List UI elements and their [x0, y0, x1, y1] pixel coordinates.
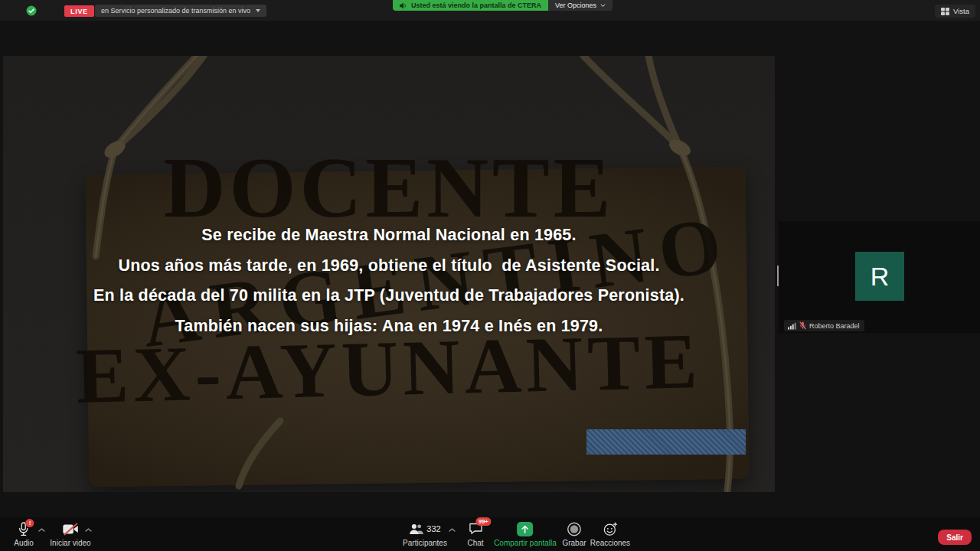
record-button[interactable]: Grabar [562, 521, 586, 547]
view-options-label: Ver Opciones [555, 2, 596, 9]
stream-selector-label: en Servicio personalizado de transmisión… [101, 7, 250, 15]
participants-icon [409, 523, 423, 535]
participant-avatar: R [855, 252, 904, 301]
record-label: Grabar [562, 539, 586, 547]
stream-selector[interactable]: en Servicio personalizado de transmisión… [95, 5, 266, 17]
chat-label: Chat [467, 539, 483, 547]
reactions-smiley-icon [603, 522, 617, 536]
top-bar: LIVE en Servicio personalizado de transm… [0, 0, 980, 21]
chat-unread-badge: 99+ [475, 517, 492, 526]
shared-screen-slide: DOCENTE ARGENTINO EX-AYUNANTE Se recibe … [3, 56, 775, 492]
video-options-chevron[interactable] [85, 528, 92, 532]
chat-button[interactable]: 99+ Chat [467, 521, 483, 547]
overlay-line: También nacen sus hijas: Ana en 1974 e I… [3, 311, 775, 342]
participant-video-tile[interactable]: R Roberto Baradel [779, 221, 980, 333]
participant-name-label: Roberto Baradel [784, 320, 864, 331]
participant-name: Roberto Baradel [809, 322, 860, 330]
overlay-line: Se recibe de Maestra Normal Nacional en … [3, 220, 775, 251]
screen-share-banner: Usted está viendo la pantalla de CTERA [393, 0, 548, 11]
view-options-button[interactable]: Ver Opciones [548, 0, 612, 11]
share-screen-button[interactable]: Compartir pantalla [494, 521, 557, 547]
audio-button[interactable]: ! Audio [14, 521, 34, 547]
reactions-button[interactable]: Reacciones [590, 521, 630, 547]
slide-overlay-text: Se recibe de Maestra Normal Nacional en … [3, 220, 775, 341]
start-video-label: Iniciar video [50, 539, 90, 547]
participants-count: 332 [426, 524, 440, 533]
overlay-line: Unos años más tarde, en 1969, obtiene el… [3, 251, 775, 282]
signal-strength-icon [788, 322, 796, 330]
leave-button[interactable]: Salir [938, 530, 972, 545]
chevron-down-icon [256, 9, 260, 12]
vista-label: Vista [953, 7, 969, 15]
verified-shield-icon [26, 5, 37, 19]
start-video-button[interactable]: Iniciar video [50, 521, 90, 547]
overlay-line: En la década del 70 milita en la JTP (Ju… [3, 281, 775, 311]
participants-options-chevron[interactable] [449, 528, 456, 532]
live-badge: LIVE [64, 5, 94, 17]
audio-label: Audio [14, 539, 34, 547]
participants-label: Participantes [403, 539, 447, 547]
zoom-meeting-window: LIVE en Servicio personalizado de transm… [0, 0, 980, 551]
chevron-down-icon [600, 4, 606, 8]
participants-button[interactable]: 332 Participantes [403, 521, 447, 547]
share-screen-icon [518, 522, 534, 536]
screen-share-banner-text: Usted está viendo la pantalla de CTERA [411, 2, 541, 9]
screen-share-banner-group: Usted está viendo la pantalla de CTERA V… [393, 0, 612, 11]
share-screen-label: Compartir pantalla [494, 539, 557, 547]
bottom-toolbar: ! Audio Iniciar video 332 Participantes … [0, 517, 980, 551]
camera-off-icon [62, 523, 79, 536]
speaker-icon [400, 2, 407, 9]
muted-mic-icon [799, 321, 806, 330]
grid-view-icon [941, 8, 949, 15]
reactions-label: Reacciones [590, 539, 630, 547]
audio-options-chevron[interactable] [38, 528, 45, 532]
audio-alert-badge: ! [25, 519, 34, 527]
record-icon [567, 522, 582, 536]
hatched-redaction-rectangle [586, 429, 746, 455]
vista-button[interactable]: Vista [935, 5, 975, 18]
